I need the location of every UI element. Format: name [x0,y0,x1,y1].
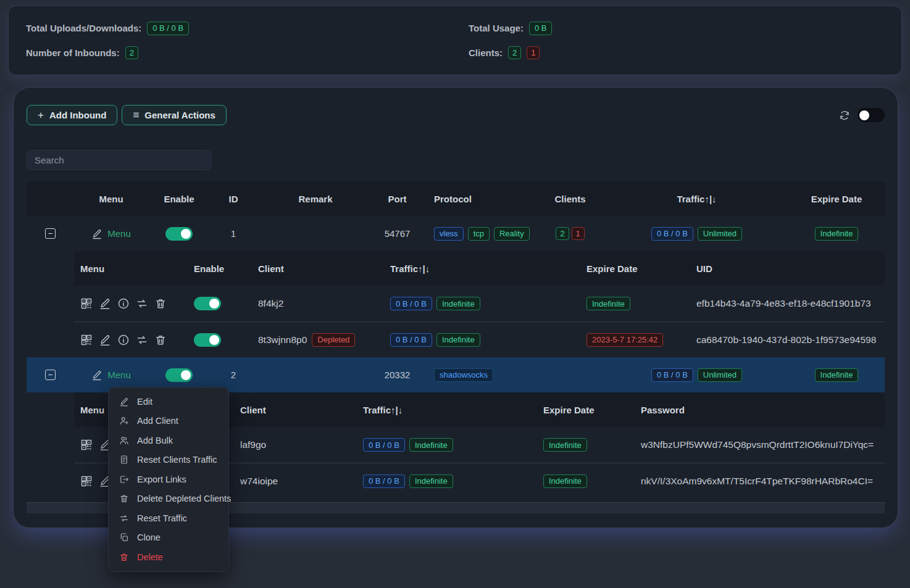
enable-toggle[interactable] [194,333,221,347]
row-menu-button[interactable]: Menu [91,370,131,381]
dark-mode-toggle[interactable] [858,108,885,122]
qr-code-icon[interactable] [80,297,93,310]
hamburger-icon: ≡ [133,109,139,122]
row-menu-label: Menu [107,370,131,380]
inbounds-table-header: Menu Enable ID Remark Port Protocol Clie… [27,182,885,216]
col-header-traffic-sort[interactable]: Traffic↑|↓ [358,405,537,415]
clients-depleted-badge: 1 [527,46,540,59]
protocol-tags: vless tcp Reality [420,227,532,241]
toggle-knob [859,110,869,120]
menu-item-label: Delete [137,552,163,562]
client-name: laf9go [240,439,266,450]
col-header-client: Client [238,405,358,415]
collapse-row-button[interactable]: − [45,228,56,239]
info-icon[interactable] [117,297,130,310]
menu-item-label: Clone [137,532,161,542]
traffic-badges: 0 B / 0 B Indefinite [383,297,580,310]
menu-item-edit[interactable]: Edit [109,392,228,412]
expire-badge: Indefinite [815,368,859,382]
menu-item-export-links[interactable]: Export Links [109,470,228,489]
edit-icon[interactable] [99,334,111,346]
col-header-clients: Clients [532,194,609,204]
general-actions-button[interactable]: ≡ General Actions [122,105,226,125]
col-header-traffic-sort[interactable]: Traffic↑|↓ [383,263,580,274]
row-menu-label: Menu [107,228,131,239]
inbound-context-menu: Edit Add Client Add Bulk Reset Clients T… [108,387,229,572]
enable-toggle[interactable] [165,368,193,382]
col-header-menu: Menu [74,263,185,274]
menu-item-label: Edit [137,397,152,407]
client-uid: ca68470b-1940-437d-802b-1f9573e94598 [696,334,876,346]
col-header-id: ID [210,194,257,204]
col-header-client: Client [253,263,383,274]
traffic-badge: 0 B / 0 B [390,297,432,310]
menu-item-label: Reset Traffic [137,513,187,523]
inbound-port: 54767 [374,228,420,239]
qr-code-icon[interactable] [80,334,93,346]
col-header-expire-date: Expire Date [537,405,636,415]
traffic-limit-badge: Indefinite [409,474,453,488]
client-password: w3NfbzUPf5WWd745Q8pvsmQrdrttT2IO6knuI7Di… [641,439,874,450]
reset-traffic-icon[interactable] [136,334,148,346]
menu-item-label: Delete Depleted Clients [137,494,231,503]
traffic-badge: 0 B / 0 B [651,368,693,382]
traffic-limit-badge: Unlimited [698,227,742,241]
protocol-tag: shadowsocks [434,368,493,382]
refresh-icon[interactable] [839,110,850,121]
menu-item-reset-clients-traffic[interactable]: Reset Clients Traffic [109,450,228,470]
add-inbound-label: Add Inbound [49,110,106,120]
menu-item-delete-depleted-clients[interactable]: Delete Depleted Clients [109,489,228,509]
clients-badges: 2 1 [532,227,609,240]
expire-badge: Indefinite [543,438,587,452]
toggle-knob [181,229,191,239]
collapse-row-button[interactable]: − [45,370,56,380]
col-header-traffic-sort[interactable]: Traffic↑|↓ [609,194,785,204]
add-inbound-button[interactable]: + Add Inbound [27,105,117,125]
reset-traffic-icon[interactable] [136,297,148,310]
inbound-id: 1 [210,228,257,239]
edit-icon[interactable] [99,297,111,310]
traffic-badges: 0 B / 0 B Indefinite [358,474,537,488]
expire-badge: Indefinite [586,297,630,310]
menu-item-delete[interactable]: Delete [109,547,228,567]
col-header-uid: UID [691,263,888,274]
row-menu-button[interactable]: Menu [91,228,131,239]
inbounds-page: Total Uploads/Downloads: 0 B / 0 B Total… [0,0,910,588]
stat-clients: Clients: 2 1 [469,46,884,59]
stat-number-of-inbounds: Number of Inbounds: 2 [26,46,455,59]
menu-item-label: Add Bulk [137,436,173,445]
client-name: 8t3wjnn8p0 [258,334,307,346]
col-header-expire-date: Expire Date [580,263,691,274]
inbound-row-1: − Menu 1 54767 vless tcp Reality 2 1 0 B… [27,216,885,251]
trash-icon[interactable] [154,334,167,346]
trash-icon[interactable] [154,297,167,310]
client-actions [74,297,185,310]
clients-depleted-badge: 1 [572,227,585,240]
info-icon[interactable] [117,334,130,346]
qr-code-icon[interactable] [80,439,93,451]
enable-toggle[interactable] [194,297,221,310]
stats-card: Total Uploads/Downloads: 0 B / 0 B Total… [9,6,901,75]
trash-icon [119,552,129,562]
client-name: 8f4kj2 [258,298,283,309]
user-add-icon [119,416,129,426]
col-header-remark: Remark [257,194,374,204]
enable-toggle[interactable] [165,227,193,241]
menu-item-reset-traffic[interactable]: Reset Traffic [109,508,228,528]
menu-item-add-bulk[interactable]: Add Bulk [109,431,228,450]
stat-label: Total Usage: [469,23,524,33]
total-uploads-downloads-badge: 0 B / 0 B [147,22,189,35]
traffic-limit-badge: Unlimited [698,368,742,382]
menu-item-add-client[interactable]: Add Client [109,412,228,431]
protocol-tag: Reality [494,227,530,241]
inbounds-count-badge: 2 [125,46,138,59]
menu-item-clone[interactable]: Clone [109,528,228,548]
search-input[interactable] [27,150,212,170]
qr-code-icon[interactable] [80,475,93,487]
client-password: nkV/I/3XoAm9v6xMT/T5IcrF4TpeTKF98rHARbRo… [641,476,873,487]
client-row: 8f4kj2 0 B / 0 B Indefinite Indefinite e… [74,286,885,321]
plus-icon: + [38,109,44,122]
client-row: 8t3wjnn8p0 Depleted 0 B / 0 B Indefinite… [74,321,885,357]
stat-total-uploads-downloads: Total Uploads/Downloads: 0 B / 0 B [26,22,455,35]
edit-icon [119,397,129,407]
